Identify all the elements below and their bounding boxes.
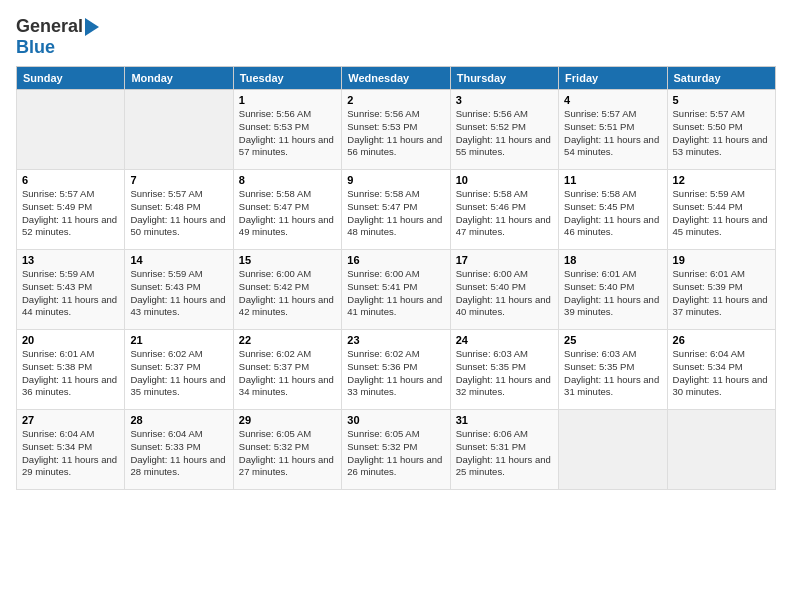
day-number: 10 bbox=[456, 174, 553, 186]
calendar-cell: 12Sunrise: 5:59 AM Sunset: 5:44 PM Dayli… bbox=[667, 170, 775, 250]
calendar-cell: 25Sunrise: 6:03 AM Sunset: 5:35 PM Dayli… bbox=[559, 330, 667, 410]
day-number: 1 bbox=[239, 94, 336, 106]
day-info: Sunrise: 5:57 AM Sunset: 5:48 PM Dayligh… bbox=[130, 188, 227, 239]
day-number: 25 bbox=[564, 334, 661, 346]
day-info: Sunrise: 6:01 AM Sunset: 5:39 PM Dayligh… bbox=[673, 268, 770, 319]
day-number: 22 bbox=[239, 334, 336, 346]
day-number: 2 bbox=[347, 94, 444, 106]
calendar-cell: 4Sunrise: 5:57 AM Sunset: 5:51 PM Daylig… bbox=[559, 90, 667, 170]
day-info: Sunrise: 6:02 AM Sunset: 5:37 PM Dayligh… bbox=[239, 348, 336, 399]
calendar-header-row: SundayMondayTuesdayWednesdayThursdayFrid… bbox=[17, 67, 776, 90]
day-number: 31 bbox=[456, 414, 553, 426]
day-number: 18 bbox=[564, 254, 661, 266]
calendar-cell: 18Sunrise: 6:01 AM Sunset: 5:40 PM Dayli… bbox=[559, 250, 667, 330]
day-info: Sunrise: 5:57 AM Sunset: 5:50 PM Dayligh… bbox=[673, 108, 770, 159]
calendar-cell: 14Sunrise: 5:59 AM Sunset: 5:43 PM Dayli… bbox=[125, 250, 233, 330]
calendar-cell: 17Sunrise: 6:00 AM Sunset: 5:40 PM Dayli… bbox=[450, 250, 558, 330]
calendar-cell: 27Sunrise: 6:04 AM Sunset: 5:34 PM Dayli… bbox=[17, 410, 125, 490]
day-info: Sunrise: 6:06 AM Sunset: 5:31 PM Dayligh… bbox=[456, 428, 553, 479]
day-number: 6 bbox=[22, 174, 119, 186]
calendar-cell bbox=[125, 90, 233, 170]
day-info: Sunrise: 5:59 AM Sunset: 5:43 PM Dayligh… bbox=[130, 268, 227, 319]
day-number: 12 bbox=[673, 174, 770, 186]
calendar-week-4: 20Sunrise: 6:01 AM Sunset: 5:38 PM Dayli… bbox=[17, 330, 776, 410]
calendar-cell: 23Sunrise: 6:02 AM Sunset: 5:36 PM Dayli… bbox=[342, 330, 450, 410]
calendar-cell: 15Sunrise: 6:00 AM Sunset: 5:42 PM Dayli… bbox=[233, 250, 341, 330]
day-number: 17 bbox=[456, 254, 553, 266]
day-number: 24 bbox=[456, 334, 553, 346]
day-info: Sunrise: 6:01 AM Sunset: 5:38 PM Dayligh… bbox=[22, 348, 119, 399]
day-number: 9 bbox=[347, 174, 444, 186]
day-number: 21 bbox=[130, 334, 227, 346]
day-info: Sunrise: 6:04 AM Sunset: 5:34 PM Dayligh… bbox=[673, 348, 770, 399]
calendar-cell bbox=[667, 410, 775, 490]
calendar-cell: 11Sunrise: 5:58 AM Sunset: 5:45 PM Dayli… bbox=[559, 170, 667, 250]
day-info: Sunrise: 5:56 AM Sunset: 5:53 PM Dayligh… bbox=[239, 108, 336, 159]
calendar-week-5: 27Sunrise: 6:04 AM Sunset: 5:34 PM Dayli… bbox=[17, 410, 776, 490]
calendar-cell: 6Sunrise: 5:57 AM Sunset: 5:49 PM Daylig… bbox=[17, 170, 125, 250]
day-number: 28 bbox=[130, 414, 227, 426]
calendar-cell: 31Sunrise: 6:06 AM Sunset: 5:31 PM Dayli… bbox=[450, 410, 558, 490]
header-sunday: Sunday bbox=[17, 67, 125, 90]
day-number: 23 bbox=[347, 334, 444, 346]
calendar-cell: 2Sunrise: 5:56 AM Sunset: 5:53 PM Daylig… bbox=[342, 90, 450, 170]
day-info: Sunrise: 6:03 AM Sunset: 5:35 PM Dayligh… bbox=[564, 348, 661, 399]
calendar-cell: 8Sunrise: 5:58 AM Sunset: 5:47 PM Daylig… bbox=[233, 170, 341, 250]
day-info: Sunrise: 6:02 AM Sunset: 5:37 PM Dayligh… bbox=[130, 348, 227, 399]
day-info: Sunrise: 6:02 AM Sunset: 5:36 PM Dayligh… bbox=[347, 348, 444, 399]
day-number: 5 bbox=[673, 94, 770, 106]
header-monday: Monday bbox=[125, 67, 233, 90]
header-thursday: Thursday bbox=[450, 67, 558, 90]
calendar-cell: 16Sunrise: 6:00 AM Sunset: 5:41 PM Dayli… bbox=[342, 250, 450, 330]
calendar-cell: 9Sunrise: 5:58 AM Sunset: 5:47 PM Daylig… bbox=[342, 170, 450, 250]
day-info: Sunrise: 5:58 AM Sunset: 5:47 PM Dayligh… bbox=[239, 188, 336, 239]
logo-blue: Blue bbox=[16, 37, 55, 57]
day-info: Sunrise: 6:05 AM Sunset: 5:32 PM Dayligh… bbox=[347, 428, 444, 479]
day-info: Sunrise: 5:57 AM Sunset: 5:49 PM Dayligh… bbox=[22, 188, 119, 239]
header-tuesday: Tuesday bbox=[233, 67, 341, 90]
header-wednesday: Wednesday bbox=[342, 67, 450, 90]
day-info: Sunrise: 5:58 AM Sunset: 5:46 PM Dayligh… bbox=[456, 188, 553, 239]
day-number: 4 bbox=[564, 94, 661, 106]
day-info: Sunrise: 6:04 AM Sunset: 5:33 PM Dayligh… bbox=[130, 428, 227, 479]
calendar-week-1: 1Sunrise: 5:56 AM Sunset: 5:53 PM Daylig… bbox=[17, 90, 776, 170]
day-info: Sunrise: 6:04 AM Sunset: 5:34 PM Dayligh… bbox=[22, 428, 119, 479]
calendar-cell: 10Sunrise: 5:58 AM Sunset: 5:46 PM Dayli… bbox=[450, 170, 558, 250]
calendar-cell: 13Sunrise: 5:59 AM Sunset: 5:43 PM Dayli… bbox=[17, 250, 125, 330]
day-info: Sunrise: 5:58 AM Sunset: 5:45 PM Dayligh… bbox=[564, 188, 661, 239]
day-info: Sunrise: 5:57 AM Sunset: 5:51 PM Dayligh… bbox=[564, 108, 661, 159]
day-number: 16 bbox=[347, 254, 444, 266]
day-info: Sunrise: 6:00 AM Sunset: 5:42 PM Dayligh… bbox=[239, 268, 336, 319]
calendar-cell: 29Sunrise: 6:05 AM Sunset: 5:32 PM Dayli… bbox=[233, 410, 341, 490]
day-info: Sunrise: 6:03 AM Sunset: 5:35 PM Dayligh… bbox=[456, 348, 553, 399]
day-number: 15 bbox=[239, 254, 336, 266]
day-number: 8 bbox=[239, 174, 336, 186]
day-number: 26 bbox=[673, 334, 770, 346]
day-info: Sunrise: 5:59 AM Sunset: 5:43 PM Dayligh… bbox=[22, 268, 119, 319]
calendar-cell: 21Sunrise: 6:02 AM Sunset: 5:37 PM Dayli… bbox=[125, 330, 233, 410]
header-saturday: Saturday bbox=[667, 67, 775, 90]
calendar-cell: 7Sunrise: 5:57 AM Sunset: 5:48 PM Daylig… bbox=[125, 170, 233, 250]
day-info: Sunrise: 5:56 AM Sunset: 5:53 PM Dayligh… bbox=[347, 108, 444, 159]
header-friday: Friday bbox=[559, 67, 667, 90]
page-header: General Blue bbox=[16, 16, 776, 58]
day-number: 19 bbox=[673, 254, 770, 266]
logo-general: General bbox=[16, 16, 83, 37]
calendar-week-2: 6Sunrise: 5:57 AM Sunset: 5:49 PM Daylig… bbox=[17, 170, 776, 250]
calendar-cell: 28Sunrise: 6:04 AM Sunset: 5:33 PM Dayli… bbox=[125, 410, 233, 490]
logo-arrow-icon bbox=[85, 18, 99, 36]
calendar-cell: 24Sunrise: 6:03 AM Sunset: 5:35 PM Dayli… bbox=[450, 330, 558, 410]
day-number: 29 bbox=[239, 414, 336, 426]
calendar-cell: 3Sunrise: 5:56 AM Sunset: 5:52 PM Daylig… bbox=[450, 90, 558, 170]
calendar-cell bbox=[17, 90, 125, 170]
day-number: 27 bbox=[22, 414, 119, 426]
day-info: Sunrise: 5:56 AM Sunset: 5:52 PM Dayligh… bbox=[456, 108, 553, 159]
calendar-cell: 22Sunrise: 6:02 AM Sunset: 5:37 PM Dayli… bbox=[233, 330, 341, 410]
calendar-cell: 19Sunrise: 6:01 AM Sunset: 5:39 PM Dayli… bbox=[667, 250, 775, 330]
day-number: 20 bbox=[22, 334, 119, 346]
calendar-cell: 26Sunrise: 6:04 AM Sunset: 5:34 PM Dayli… bbox=[667, 330, 775, 410]
calendar-cell: 30Sunrise: 6:05 AM Sunset: 5:32 PM Dayli… bbox=[342, 410, 450, 490]
day-info: Sunrise: 5:58 AM Sunset: 5:47 PM Dayligh… bbox=[347, 188, 444, 239]
day-info: Sunrise: 6:00 AM Sunset: 5:40 PM Dayligh… bbox=[456, 268, 553, 319]
calendar-cell: 5Sunrise: 5:57 AM Sunset: 5:50 PM Daylig… bbox=[667, 90, 775, 170]
